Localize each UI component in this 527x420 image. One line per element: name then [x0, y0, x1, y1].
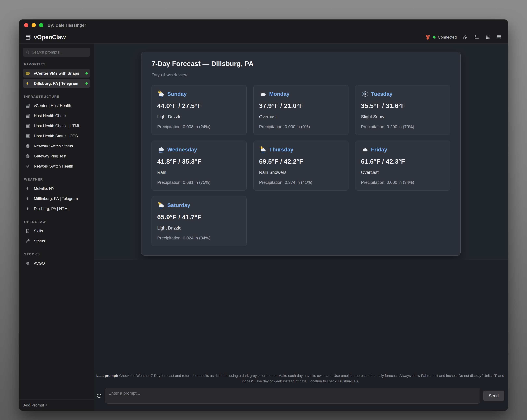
section-label-weather: WEATHER	[24, 178, 89, 181]
section-label-openclaw: OPENCLAW	[24, 220, 89, 224]
forecast-cards: Sunday 44.0°F / 27.5°F Light Drizzle Pre…	[152, 85, 450, 246]
sidebar-item-label: vCenter | Host Health	[34, 103, 71, 108]
app-title: vOpenClaw	[34, 34, 66, 41]
sidebar-item-vcenter-host-health[interactable]: vCenter | Host Health	[23, 101, 90, 110]
temperature-high-low: 35.5°F / 31.6°F	[361, 102, 445, 109]
temperature-high-low: 69.5°F / 42.2°F	[259, 158, 343, 165]
gear-icon[interactable]	[485, 35, 490, 40]
forecast-title: 7-Day Forecast — Dillsburg, PA	[152, 60, 450, 68]
precipitation: Precipitation: 0.000 in (0%)	[259, 124, 343, 129]
last-prompt-label: Last prompt:	[96, 374, 118, 378]
sidebar-item-network-switch-status[interactable]: Network Switch Status	[23, 142, 90, 150]
sidebar-item-label: Host Health Check | HTML	[34, 124, 80, 128]
forecast-card-saturday: Saturday 65.9°F / 41.7°F Light Drizzle P…	[152, 196, 247, 246]
sidebar-item-label: Status	[34, 239, 45, 243]
status-label: Connected	[438, 35, 457, 40]
sidebar-item-label: Dillsburg, PA | Telegram	[34, 81, 78, 86]
condition: Rain Showers	[259, 170, 343, 175]
bolt-icon	[25, 196, 30, 201]
sidebar-item-gateway-ping-test[interactable]: Gateway Ping Test	[23, 152, 90, 160]
result-area: 7-Day Forecast — Dillsburg, PA Day-of-we…	[94, 43, 508, 260]
condition: Overcast	[361, 170, 445, 175]
condition: Light Drizzle	[157, 226, 241, 231]
sidebar-item-label: Melville, NY	[34, 186, 55, 191]
forecast-card-sunday: Sunday 44.0°F / 27.5°F Light Drizzle Pre…	[152, 85, 247, 135]
active-dot	[86, 82, 88, 85]
sidebar-item-dillsburg-pa-html[interactable]: Dillsburg, PA | HTML	[23, 205, 90, 213]
server-icon	[25, 103, 30, 108]
app-header: vOpenClaw Connected	[19, 31, 508, 43]
precipitation: Precipitation: 0.290 in (79%)	[361, 124, 445, 129]
list-add-icon[interactable]	[474, 35, 479, 40]
window-title: By: Dale Hassinger	[47, 23, 86, 28]
history-area	[94, 260, 508, 369]
day-name: Saturday	[167, 202, 190, 208]
day-name: Sunday	[167, 91, 187, 97]
sidebar-item-host-health-status-ops[interactable]: Host Health Status | OPS	[23, 132, 90, 140]
connection-status: Connected	[425, 34, 457, 40]
forecast-card-friday: Friday 61.6°F / 42.3°F Overcast Precipit…	[355, 140, 450, 191]
precipitation: Precipitation: 0.000 in (34%)	[361, 180, 445, 185]
search-input[interactable]	[32, 50, 88, 54]
hard-drive-icon	[25, 71, 30, 76]
server-icon	[25, 34, 31, 40]
sidebar-item-vcenter-vms-with-snaps[interactable]: vCenter VMs with Snaps	[23, 69, 90, 78]
condition: Overcast	[259, 114, 343, 119]
zoom-window-button[interactable]	[39, 23, 43, 27]
sidebar-item-label: Mifflinburg, PA | Telegram	[34, 196, 78, 201]
eraser-icon[interactable]	[463, 35, 468, 40]
prompt-input[interactable]	[105, 388, 480, 404]
sun-rain-cloud-icon	[157, 90, 165, 98]
add-prompt-button[interactable]: Add Prompt +	[19, 399, 94, 410]
sidebar-item-skills[interactable]: Skills	[23, 227, 90, 235]
sidebar-item-avgo[interactable]: AVGO	[23, 259, 90, 268]
sidebar-item-dillsburg-pa-telegram[interactable]: Dillsburg, PA | Telegram	[23, 79, 90, 88]
server-icon	[25, 114, 30, 118]
condition: Rain	[157, 170, 241, 175]
sidebar-item-label: Network Switch Status	[34, 144, 73, 148]
section-label-favorites: FAVORITES	[24, 63, 89, 66]
antenna-icon	[25, 164, 30, 169]
sun-rain-cloud-icon	[157, 202, 165, 209]
temperature-high-low: 37.9°F / 21.0°F	[259, 102, 343, 109]
temperature-high-low: 61.6°F / 42.3°F	[361, 158, 445, 165]
day-name: Wednesday	[167, 147, 197, 153]
cloud-icon	[259, 90, 267, 98]
sidebar-item-host-health-check[interactable]: Host Health Check	[23, 112, 90, 120]
sidebar-item-label: Host Health Check	[34, 114, 66, 118]
sidebar-item-label: Skills	[34, 229, 43, 233]
forecast-panel: 7-Day Forecast — Dillsburg, PA Day-of-we…	[141, 52, 461, 256]
sidebar-item-network-switch-health[interactable]: Network Switch Health	[23, 162, 90, 171]
send-button[interactable]: Send	[483, 390, 504, 401]
day-name: Monday	[269, 91, 290, 97]
condition: Slight Snow	[361, 114, 445, 119]
refresh-icon[interactable]	[96, 393, 102, 399]
rain-cloud-icon	[157, 146, 165, 153]
sidebar-item-label: Host Health Status | OPS	[34, 134, 78, 138]
snowflake-icon	[361, 90, 368, 98]
precipitation: Precipitation: 0.024 in (34%)	[157, 236, 241, 241]
bolt-icon	[25, 81, 30, 86]
active-dot	[86, 72, 88, 75]
day-name: Friday	[371, 147, 387, 153]
wrench-icon	[25, 239, 30, 243]
cloud-icon	[361, 146, 368, 153]
sidebar-item-mifflinburg-pa-telegram[interactable]: Mifflinburg, PA | Telegram	[23, 194, 90, 203]
precipitation: Precipitation: 0.008 in (24%)	[157, 124, 241, 129]
section-label-stocks: STOCKS	[24, 252, 89, 256]
forecast-card-thursday: Thursday 69.5°F / 42.2°F Rain Showers Pr…	[253, 140, 349, 191]
close-window-button[interactable]	[24, 23, 28, 27]
server-icon[interactable]	[496, 35, 502, 40]
sidebar-item-melville-ny[interactable]: Melville, NY	[23, 184, 90, 193]
main-area: 7-Day Forecast — Dillsburg, PA Day-of-we…	[94, 43, 508, 410]
bolt-icon	[25, 186, 30, 191]
minimize-window-button[interactable]	[32, 23, 36, 27]
server-icon	[25, 134, 30, 138]
temperature-high-low: 44.0°F / 27.5°F	[157, 102, 241, 109]
sidebar-item-status[interactable]: Status	[23, 237, 90, 245]
precipitation: Precipitation: 0.681 in (75%)	[157, 180, 241, 185]
search-icon	[25, 50, 30, 54]
sidebar-item-host-health-check-html[interactable]: Host Health Check | HTML	[23, 122, 90, 130]
forecast-card-tuesday: Tuesday 35.5°F / 31.6°F Slight Snow Prec…	[355, 85, 450, 135]
precipitation: Precipitation: 0.374 in (41%)	[259, 180, 343, 185]
